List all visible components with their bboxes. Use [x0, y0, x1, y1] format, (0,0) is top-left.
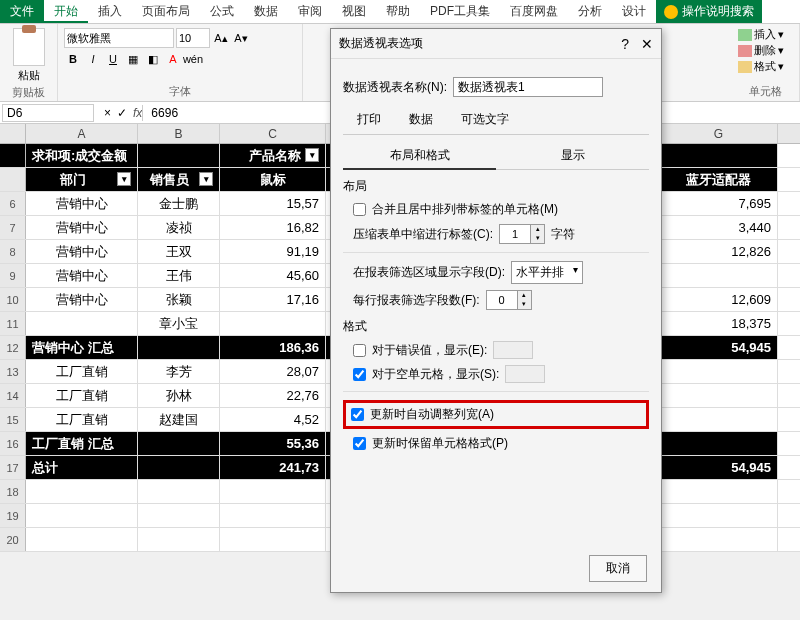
row-header[interactable]: 19 — [0, 504, 26, 527]
highlighted-option: 更新时自动调整列宽(A) — [343, 400, 649, 429]
error-show-checkbox[interactable] — [353, 344, 366, 357]
dialog-tabs-row1: 打印 数据 可选文字 — [343, 105, 649, 135]
cancel-button[interactable]: 取消 — [589, 555, 647, 582]
indent-spinner[interactable]: ▴▾ — [499, 224, 545, 244]
error-value-input[interactable] — [493, 341, 533, 359]
tab-formula[interactable]: 公式 — [200, 0, 244, 23]
autofit-label: 更新时自动调整列宽(A) — [370, 406, 494, 423]
empty-value-input[interactable] — [505, 365, 545, 383]
dialog-tabs-row2: 布局和格式 显示 — [343, 143, 649, 170]
tab-alt[interactable]: 可选文字 — [447, 105, 523, 134]
area-display-label: 在报表筛选区域显示字段(D): — [353, 264, 505, 281]
tab-baidu[interactable]: 百度网盘 — [500, 0, 568, 23]
select-all-corner[interactable] — [0, 124, 26, 143]
col-header-b[interactable]: B — [138, 124, 220, 143]
tab-layout[interactable]: 页面布局 — [132, 0, 200, 23]
font-size-select[interactable] — [176, 28, 210, 48]
tab-view[interactable]: 视图 — [332, 0, 376, 23]
insert-cells-button[interactable]: 插入 ▾ — [738, 27, 793, 42]
pivot-name-label: 数据透视表名称(N): — [343, 79, 447, 96]
row-header[interactable]: 13 — [0, 360, 26, 383]
delete-cells-button[interactable]: 删除 ▾ — [738, 43, 793, 58]
name-box[interactable] — [2, 104, 94, 122]
tab-file[interactable]: 文件 — [0, 0, 44, 23]
col-header-g[interactable]: G — [660, 124, 778, 143]
group-clipboard: 粘贴 剪贴板 — [0, 24, 58, 101]
help-button[interactable]: ? — [621, 36, 629, 52]
row-header[interactable]: 12 — [0, 336, 26, 359]
paste-icon[interactable] — [13, 28, 45, 66]
phonetic-button[interactable]: wén — [184, 50, 202, 68]
cancel-formula-icon[interactable]: × — [104, 106, 111, 120]
pivot-name-input[interactable] — [453, 77, 603, 97]
underline-button[interactable]: U — [104, 50, 122, 68]
decrease-font-icon[interactable]: A▾ — [232, 29, 250, 47]
merge-labels-checkbox[interactable] — [353, 203, 366, 216]
row-header[interactable]: 11 — [0, 312, 26, 335]
tab-pdf[interactable]: PDF工具集 — [420, 0, 500, 23]
preserve-format-label: 更新时保留单元格格式(P) — [372, 435, 508, 452]
tab-help[interactable]: 帮助 — [376, 0, 420, 23]
font-name-select[interactable] — [64, 28, 174, 48]
spin-down-icon[interactable]: ▾ — [517, 300, 531, 309]
dropdown-icon[interactable]: ▾ — [117, 172, 131, 186]
spin-up-icon[interactable]: ▴ — [517, 291, 531, 300]
fx-icon[interactable]: fx — [133, 106, 142, 120]
cells-label: 单元格 — [738, 82, 793, 99]
autofit-checkbox[interactable] — [351, 408, 364, 421]
row-header[interactable]: 18 — [0, 480, 26, 503]
pivot-options-dialog: 数据透视表选项 ? ✕ 数据透视表名称(N): 打印 数据 可选文字 布局和格式… — [330, 28, 662, 593]
fields-spinner[interactable]: ▴▾ — [486, 290, 532, 310]
dialog-titlebar: 数据透视表选项 ? ✕ — [331, 29, 661, 59]
area-display-combo[interactable]: 水平并排 — [511, 261, 583, 284]
spin-down-icon[interactable]: ▾ — [530, 234, 544, 243]
font-label: 字体 — [64, 82, 296, 99]
row-header[interactable]: 15 — [0, 408, 26, 431]
tab-insert[interactable]: 插入 — [88, 0, 132, 23]
group-font: A▴ A▾ B I U ▦ ◧ A wén 字体 — [58, 24, 303, 101]
tab-analyze[interactable]: 分析 — [568, 0, 612, 23]
col-header-a[interactable]: A — [26, 124, 138, 143]
section-format: 格式 — [343, 318, 649, 335]
row-header[interactable]: 14 — [0, 384, 26, 407]
dropdown-icon[interactable]: ▾ — [305, 148, 319, 162]
row-header[interactable]: 8 — [0, 240, 26, 263]
dropdown-icon[interactable]: ▾ — [199, 172, 213, 186]
tab-data-d[interactable]: 数据 — [395, 105, 447, 134]
increase-font-icon[interactable]: A▴ — [212, 29, 230, 47]
empty-show-checkbox[interactable] — [353, 368, 366, 381]
close-icon[interactable]: ✕ — [641, 36, 653, 52]
row-header[interactable]: 10 — [0, 288, 26, 311]
section-layout: 布局 — [343, 178, 649, 195]
row-header[interactable]: 9 — [0, 264, 26, 287]
font-color-button[interactable]: A — [164, 50, 182, 68]
preserve-format-checkbox[interactable] — [353, 437, 366, 450]
search-help[interactable]: 操作说明搜索 — [656, 0, 762, 23]
border-button[interactable]: ▦ — [124, 50, 142, 68]
group-cells: 插入 ▾ 删除 ▾ 格式 ▾ 单元格 — [732, 24, 800, 101]
tab-data[interactable]: 数据 — [244, 0, 288, 23]
error-show-label: 对于错误值，显示(E): — [372, 342, 487, 359]
tab-start[interactable]: 开始 — [44, 0, 88, 23]
tab-design[interactable]: 设计 — [612, 0, 656, 23]
row-header[interactable]: 6 — [0, 192, 26, 215]
italic-button[interactable]: I — [84, 50, 102, 68]
row-header[interactable]: 16 — [0, 432, 26, 455]
col-header-c[interactable]: C — [220, 124, 326, 143]
tab-review[interactable]: 审阅 — [288, 0, 332, 23]
row-header[interactable]: 20 — [0, 528, 26, 551]
tab-display[interactable]: 显示 — [496, 143, 649, 170]
spin-up-icon[interactable]: ▴ — [530, 225, 544, 234]
tab-print[interactable]: 打印 — [343, 105, 395, 134]
bulb-icon — [664, 5, 678, 19]
fields-per-row-label: 每行报表筛选字段数(F): — [353, 292, 480, 309]
fill-color-button[interactable]: ◧ — [144, 50, 162, 68]
bold-button[interactable]: B — [64, 50, 82, 68]
row-header[interactable]: 7 — [0, 216, 26, 239]
format-cells-button[interactable]: 格式 ▾ — [738, 59, 793, 74]
tab-layout-format[interactable]: 布局和格式 — [343, 143, 496, 170]
indent-label: 压缩表单中缩进行标签(C): — [353, 226, 493, 243]
dialog-title: 数据透视表选项 — [339, 35, 423, 52]
row-header[interactable]: 17 — [0, 456, 26, 479]
accept-formula-icon[interactable]: ✓ — [117, 106, 127, 120]
